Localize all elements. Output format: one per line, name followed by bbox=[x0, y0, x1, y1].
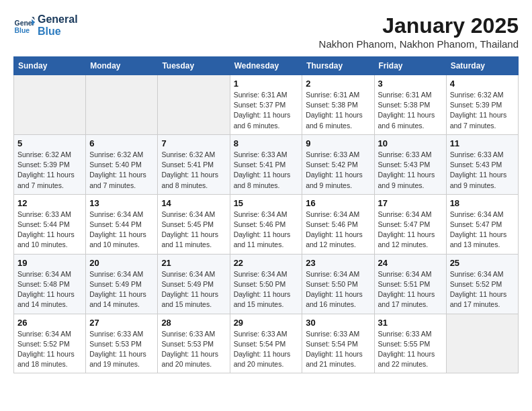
calendar-cell: 2Sunrise: 6:31 AMSunset: 5:38 PMDaylight… bbox=[302, 75, 374, 135]
day-info: Sunrise: 6:34 AMSunset: 5:45 PMDaylight:… bbox=[161, 210, 226, 250]
weekday-header-wednesday: Wednesday bbox=[230, 57, 302, 75]
week-row-3: 12Sunrise: 6:33 AMSunset: 5:44 PMDayligh… bbox=[14, 194, 519, 254]
calendar-cell: 11Sunrise: 6:33 AMSunset: 5:43 PMDayligh… bbox=[446, 134, 518, 194]
day-number: 7 bbox=[161, 138, 226, 148]
calendar-cell: 6Sunrise: 6:32 AMSunset: 5:40 PMDaylight… bbox=[86, 134, 158, 194]
calendar-cell: 18Sunrise: 6:34 AMSunset: 5:47 PMDayligh… bbox=[446, 194, 518, 254]
calendar-cell: 15Sunrise: 6:34 AMSunset: 5:46 PMDayligh… bbox=[230, 194, 302, 254]
weekday-header-sunday: Sunday bbox=[14, 57, 86, 75]
logo: General Blue General Blue bbox=[13, 13, 78, 37]
day-number: 12 bbox=[17, 198, 82, 208]
svg-text:Blue: Blue bbox=[15, 27, 30, 34]
day-info: Sunrise: 6:33 AMSunset: 5:53 PMDaylight:… bbox=[161, 329, 226, 370]
week-row-2: 5Sunrise: 6:32 AMSunset: 5:39 PMDaylight… bbox=[14, 134, 519, 194]
calendar-cell bbox=[14, 75, 86, 135]
day-info: Sunrise: 6:34 AMSunset: 5:46 PMDaylight:… bbox=[234, 210, 299, 250]
day-number: 18 bbox=[450, 198, 515, 208]
calendar-cell: 25Sunrise: 6:34 AMSunset: 5:52 PMDayligh… bbox=[446, 254, 518, 314]
day-info: Sunrise: 6:34 AMSunset: 5:47 PMDaylight:… bbox=[378, 210, 443, 250]
day-number: 6 bbox=[89, 138, 154, 148]
day-info: Sunrise: 6:33 AMSunset: 5:42 PMDaylight:… bbox=[306, 150, 370, 191]
logo-icon: General Blue bbox=[13, 15, 35, 36]
day-number: 8 bbox=[234, 138, 299, 148]
logo-blue: Blue bbox=[38, 26, 78, 38]
day-info: Sunrise: 6:31 AMSunset: 5:37 PMDaylight:… bbox=[234, 90, 299, 131]
day-number: 31 bbox=[378, 318, 443, 328]
calendar-cell: 3Sunrise: 6:31 AMSunset: 5:38 PMDaylight… bbox=[374, 75, 446, 135]
day-info: Sunrise: 6:31 AMSunset: 5:38 PMDaylight:… bbox=[306, 90, 370, 131]
calendar-cell: 10Sunrise: 6:33 AMSunset: 5:43 PMDayligh… bbox=[374, 134, 446, 194]
calendar-cell: 4Sunrise: 6:32 AMSunset: 5:39 PMDaylight… bbox=[446, 75, 518, 135]
day-number: 20 bbox=[89, 258, 154, 268]
day-info: Sunrise: 6:32 AMSunset: 5:39 PMDaylight:… bbox=[17, 150, 82, 191]
day-info: Sunrise: 6:32 AMSunset: 5:41 PMDaylight:… bbox=[161, 150, 226, 191]
day-number: 3 bbox=[378, 79, 443, 89]
calendar-cell: 1Sunrise: 6:31 AMSunset: 5:37 PMDaylight… bbox=[230, 75, 302, 135]
calendar-cell: 23Sunrise: 6:34 AMSunset: 5:50 PMDayligh… bbox=[302, 254, 374, 314]
calendar-cell: 12Sunrise: 6:33 AMSunset: 5:44 PMDayligh… bbox=[14, 194, 86, 254]
week-row-1: 1Sunrise: 6:31 AMSunset: 5:37 PMDaylight… bbox=[14, 75, 519, 135]
day-number: 26 bbox=[17, 318, 82, 328]
day-info: Sunrise: 6:33 AMSunset: 5:43 PMDaylight:… bbox=[450, 150, 515, 191]
calendar-cell: 27Sunrise: 6:33 AMSunset: 5:53 PMDayligh… bbox=[86, 314, 158, 373]
calendar-cell: 28Sunrise: 6:33 AMSunset: 5:53 PMDayligh… bbox=[158, 314, 230, 373]
day-number: 14 bbox=[161, 198, 226, 208]
day-info: Sunrise: 6:34 AMSunset: 5:44 PMDaylight:… bbox=[89, 210, 154, 250]
day-info: Sunrise: 6:32 AMSunset: 5:40 PMDaylight:… bbox=[89, 150, 154, 191]
calendar-cell bbox=[158, 75, 230, 135]
day-info: Sunrise: 6:34 AMSunset: 5:48 PMDaylight:… bbox=[17, 269, 82, 310]
day-info: Sunrise: 6:34 AMSunset: 5:51 PMDaylight:… bbox=[378, 269, 443, 310]
calendar-cell: 8Sunrise: 6:33 AMSunset: 5:41 PMDaylight… bbox=[230, 134, 302, 194]
day-info: Sunrise: 6:33 AMSunset: 5:54 PMDaylight:… bbox=[234, 329, 299, 370]
day-number: 1 bbox=[234, 79, 299, 89]
day-info: Sunrise: 6:34 AMSunset: 5:52 PMDaylight:… bbox=[450, 269, 515, 310]
calendar-cell: 5Sunrise: 6:32 AMSunset: 5:39 PMDaylight… bbox=[14, 134, 86, 194]
week-row-5: 26Sunrise: 6:34 AMSunset: 5:52 PMDayligh… bbox=[14, 314, 519, 373]
logo-general: General bbox=[38, 13, 78, 26]
day-number: 22 bbox=[234, 258, 299, 268]
day-info: Sunrise: 6:33 AMSunset: 5:55 PMDaylight:… bbox=[378, 329, 443, 370]
day-number: 5 bbox=[17, 138, 82, 148]
month-title: January 2025 bbox=[319, 13, 519, 38]
calendar-cell: 19Sunrise: 6:34 AMSunset: 5:48 PMDayligh… bbox=[14, 254, 86, 314]
day-number: 16 bbox=[306, 198, 370, 208]
day-info: Sunrise: 6:34 AMSunset: 5:49 PMDaylight:… bbox=[89, 269, 154, 310]
day-info: Sunrise: 6:34 AMSunset: 5:50 PMDaylight:… bbox=[306, 269, 370, 310]
day-number: 11 bbox=[450, 138, 515, 148]
day-number: 25 bbox=[450, 258, 515, 268]
day-info: Sunrise: 6:34 AMSunset: 5:49 PMDaylight:… bbox=[161, 269, 226, 310]
calendar-cell: 17Sunrise: 6:34 AMSunset: 5:47 PMDayligh… bbox=[374, 194, 446, 254]
calendar-cell: 20Sunrise: 6:34 AMSunset: 5:49 PMDayligh… bbox=[86, 254, 158, 314]
day-number: 19 bbox=[17, 258, 82, 268]
weekday-header-tuesday: Tuesday bbox=[158, 57, 230, 75]
calendar-cell: 21Sunrise: 6:34 AMSunset: 5:49 PMDayligh… bbox=[158, 254, 230, 314]
weekday-header-monday: Monday bbox=[86, 57, 158, 75]
day-info: Sunrise: 6:33 AMSunset: 5:54 PMDaylight:… bbox=[306, 329, 370, 370]
calendar-cell: 30Sunrise: 6:33 AMSunset: 5:54 PMDayligh… bbox=[302, 314, 374, 373]
page-header: General Blue General Blue January 2025 N… bbox=[13, 13, 519, 50]
day-info: Sunrise: 6:34 AMSunset: 5:47 PMDaylight:… bbox=[450, 210, 515, 250]
calendar-cell: 7Sunrise: 6:32 AMSunset: 5:41 PMDaylight… bbox=[158, 134, 230, 194]
calendar-cell: 24Sunrise: 6:34 AMSunset: 5:51 PMDayligh… bbox=[374, 254, 446, 314]
day-number: 23 bbox=[306, 258, 370, 268]
day-number: 13 bbox=[89, 198, 154, 208]
calendar-cell: 22Sunrise: 6:34 AMSunset: 5:50 PMDayligh… bbox=[230, 254, 302, 314]
day-info: Sunrise: 6:34 AMSunset: 5:50 PMDaylight:… bbox=[234, 269, 299, 310]
weekday-header-saturday: Saturday bbox=[446, 57, 518, 75]
day-number: 30 bbox=[306, 318, 370, 328]
day-number: 4 bbox=[450, 79, 515, 89]
location-subtitle: Nakhon Phanom, Nakhon Phanom, Thailand bbox=[319, 38, 519, 50]
calendar-cell bbox=[86, 75, 158, 135]
day-number: 21 bbox=[161, 258, 226, 268]
calendar-cell: 26Sunrise: 6:34 AMSunset: 5:52 PMDayligh… bbox=[14, 314, 86, 373]
day-number: 10 bbox=[378, 138, 443, 148]
day-number: 28 bbox=[161, 318, 226, 328]
calendar-cell bbox=[446, 314, 518, 373]
day-info: Sunrise: 6:32 AMSunset: 5:39 PMDaylight:… bbox=[450, 90, 515, 131]
week-row-4: 19Sunrise: 6:34 AMSunset: 5:48 PMDayligh… bbox=[14, 254, 519, 314]
calendar-cell: 13Sunrise: 6:34 AMSunset: 5:44 PMDayligh… bbox=[86, 194, 158, 254]
day-info: Sunrise: 6:34 AMSunset: 5:52 PMDaylight:… bbox=[17, 329, 82, 370]
calendar-cell: 9Sunrise: 6:33 AMSunset: 5:42 PMDaylight… bbox=[302, 134, 374, 194]
calendar-cell: 29Sunrise: 6:33 AMSunset: 5:54 PMDayligh… bbox=[230, 314, 302, 373]
day-number: 17 bbox=[378, 198, 443, 208]
